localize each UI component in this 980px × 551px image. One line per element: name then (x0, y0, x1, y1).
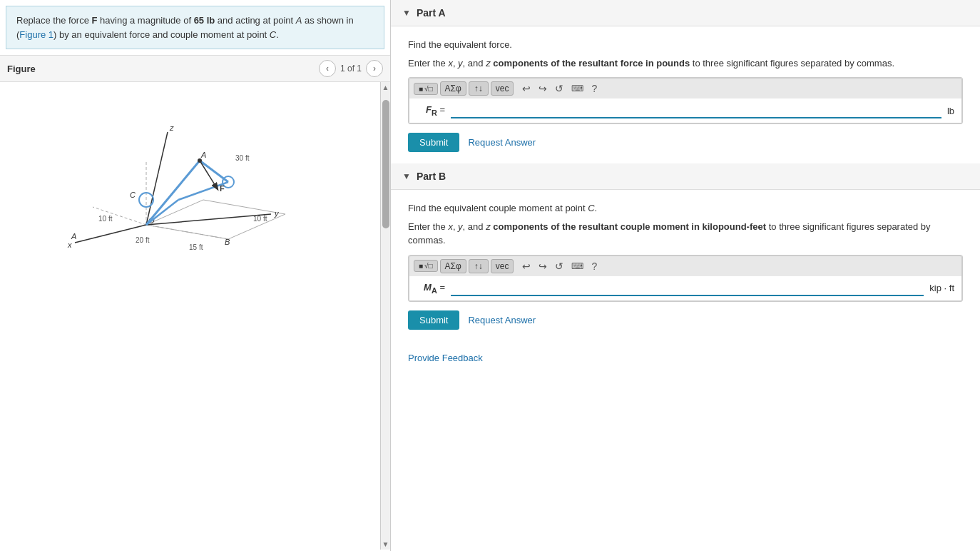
svg-text:30 ft: 30 ft (235, 154, 250, 162)
scroll-up-arrow[interactable]: ▲ (381, 82, 390, 93)
svg-text:20 ft: 20 ft (136, 236, 150, 244)
part-a-math-box: ■√□ ΑΣφ ↑↓ vec ↩ ↪ ↺ ⌨ ? FR = lb (408, 77, 963, 124)
part-b-instruction2: Enter the x, y, and z components of the … (408, 220, 963, 248)
vec-btn-b[interactable]: vec (491, 259, 514, 273)
part-a-submit-button[interactable]: Submit (408, 133, 459, 152)
figure-content: z y x O (0, 82, 390, 550)
part-a-label: Part A (417, 7, 446, 19)
svg-line-3 (146, 225, 228, 239)
svg-text:B: B (225, 238, 230, 246)
part-a-toolbar: ■√□ ΑΣφ ↑↓ vec ↩ ↪ ↺ ⌨ ? (409, 78, 962, 98)
svg-text:x: x (67, 241, 72, 249)
part-a-content: Find the equivalent force. Enter the x, … (391, 26, 980, 163)
part-b-submit-button[interactable]: Submit (408, 310, 459, 330)
help-btn-a[interactable]: ? (588, 81, 600, 96)
svg-text:F: F (220, 184, 225, 193)
provide-feedback-link[interactable]: Provide Feedback (408, 353, 963, 363)
svg-line-6 (146, 214, 271, 225)
figure-svg-container: z y x O (0, 82, 390, 550)
sigma-btn-a[interactable]: ΑΣφ (440, 81, 466, 96)
part-a-unit: lb (947, 106, 954, 116)
part-b-unit: kip · ft (929, 283, 954, 293)
figure-area: Figure ‹ 1 of 1 › (0, 55, 390, 551)
vec-btn-a[interactable]: vec (491, 81, 514, 96)
scrollbar[interactable]: ▲ ▼ (380, 82, 390, 550)
help-btn-b[interactable]: ? (588, 259, 600, 273)
part-a-request-answer-link[interactable]: Request Answer (468, 137, 536, 148)
updown-btn-b[interactable]: ↑↓ (469, 259, 489, 273)
matrix-btn-b[interactable]: ■√□ (414, 260, 438, 272)
problem-statement: Replace the force F having a magnitude o… (6, 6, 384, 49)
figure-link[interactable]: Figure 1 (19, 29, 53, 40)
part-a-instruction2: Enter the x, y, and z components of the … (408, 56, 963, 71)
sigma-btn-b[interactable]: ΑΣφ (440, 259, 466, 273)
updown-btn-a[interactable]: ↑↓ (469, 81, 489, 96)
svg-text:y: y (274, 209, 280, 218)
part-b-label: Part B (417, 171, 446, 182)
svg-text:15 ft: 15 ft (189, 243, 203, 251)
refresh-btn-b[interactable]: ↺ (552, 259, 566, 273)
svg-text:10 ft: 10 ft (98, 215, 113, 223)
svg-line-11 (146, 161, 200, 225)
part-a-actions: Submit Request Answer (408, 133, 963, 152)
part-b-input-label: MA = (417, 282, 445, 295)
part-b-content: Find the equivalent couple moment at poi… (391, 190, 980, 341)
part-a-input-row: FR = lb (409, 98, 962, 123)
undo-btn-a[interactable]: ↩ (519, 81, 534, 96)
svg-text:A: A (200, 151, 206, 159)
redo-btn-a[interactable]: ↪ (536, 81, 550, 96)
left-panel: Replace the force F having a magnitude o… (0, 0, 391, 551)
svg-line-20 (200, 161, 218, 189)
part-a-input-label: FR = (417, 104, 445, 117)
svg-text:C: C (130, 191, 136, 199)
figure-svg: z y x O (7, 89, 364, 253)
right-panel: ▼ Part A Find the equivalent force. Ente… (391, 0, 980, 551)
figure-next-button[interactable]: › (366, 60, 383, 77)
undo-btn-b[interactable]: ↩ (519, 259, 534, 273)
svg-text:10 ft: 10 ft (253, 215, 267, 223)
part-a-input[interactable] (451, 103, 941, 118)
figure-header: Figure ‹ 1 of 1 › (0, 55, 390, 82)
keyboard-btn-b[interactable]: ⌨ (568, 260, 586, 273)
scroll-thumb[interactable] (382, 100, 389, 228)
part-b-header[interactable]: ▼ Part B (391, 163, 980, 190)
matrix-btn-a[interactable]: ■√□ (414, 83, 438, 95)
part-b-math-box: ■√□ ΑΣφ ↑↓ vec ↩ ↪ ↺ ⌨ ? MA = kip · ft (408, 255, 963, 302)
part-b-input[interactable] (451, 280, 924, 296)
scroll-down-arrow[interactable]: ▼ (381, 539, 390, 550)
part-a-arrow: ▼ (402, 8, 411, 18)
part-b-request-answer-link[interactable]: Request Answer (468, 315, 536, 325)
refresh-btn-a[interactable]: ↺ (552, 81, 566, 96)
figure-nav: ‹ 1 of 1 › (319, 60, 383, 77)
svg-text:A: A (71, 232, 76, 241)
keyboard-btn-a[interactable]: ⌨ (568, 82, 586, 95)
part-b-actions: Submit Request Answer (408, 310, 963, 330)
redo-btn-b[interactable]: ↪ (536, 259, 550, 273)
figure-title: Figure (7, 64, 36, 74)
part-b-input-row: MA = kip · ft (409, 276, 962, 301)
svg-text:z: z (169, 123, 174, 132)
part-a-instruction1: Find the equivalent force. (408, 38, 963, 52)
part-b-arrow: ▼ (402, 171, 411, 181)
figure-prev-button[interactable]: ‹ (319, 60, 336, 77)
page-indicator: 1 of 1 (340, 64, 362, 74)
part-b-instruction1: Find the equivalent couple moment at poi… (408, 201, 963, 216)
part-b-toolbar: ■√□ ΑΣφ ↑↓ vec ↩ ↪ ↺ ⌨ ? (409, 256, 962, 276)
part-a-header[interactable]: ▼ Part A (391, 0, 980, 26)
